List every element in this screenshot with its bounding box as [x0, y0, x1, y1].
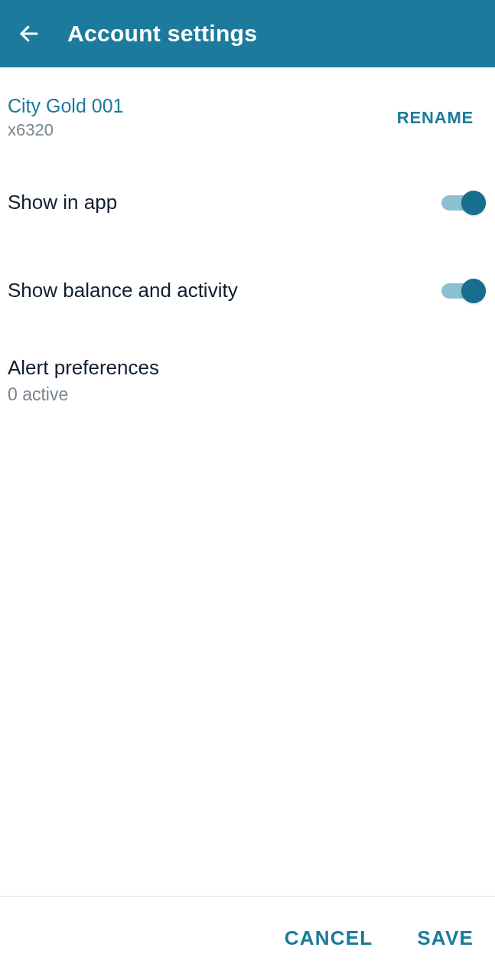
account-info-row: City Gold 001 x6320 RENAME: [0, 75, 495, 158]
page-title: Account settings: [67, 21, 257, 47]
show-in-app-toggle[interactable]: [441, 195, 483, 211]
rename-button[interactable]: RENAME: [397, 108, 487, 128]
save-button[interactable]: SAVE: [417, 926, 474, 950]
show-in-app-label: Show in app: [8, 191, 117, 214]
account-name: City Gold 001: [8, 95, 123, 117]
app-header: Account settings: [0, 0, 495, 67]
cancel-button[interactable]: CANCEL: [285, 926, 373, 950]
alert-preferences-row[interactable]: Alert preferences 0 active: [0, 335, 495, 423]
alert-preferences-title: Alert preferences: [8, 356, 487, 380]
show-balance-row: Show balance and activity: [0, 247, 495, 335]
toggle-thumb: [461, 279, 486, 303]
show-balance-label: Show balance and activity: [8, 279, 238, 302]
settings-content: City Gold 001 x6320 RENAME Show in app S…: [0, 75, 495, 896]
footer-actions: CANCEL SAVE: [0, 896, 495, 980]
show-balance-toggle[interactable]: [441, 283, 483, 299]
account-number: x6320: [8, 120, 123, 140]
back-button[interactable]: [12, 17, 46, 51]
show-in-app-row: Show in app: [0, 158, 495, 247]
alert-preferences-subtitle: 0 active: [8, 384, 487, 405]
back-arrow-icon: [18, 22, 41, 45]
toggle-thumb: [461, 191, 486, 215]
account-info: City Gold 001 x6320: [8, 95, 123, 140]
